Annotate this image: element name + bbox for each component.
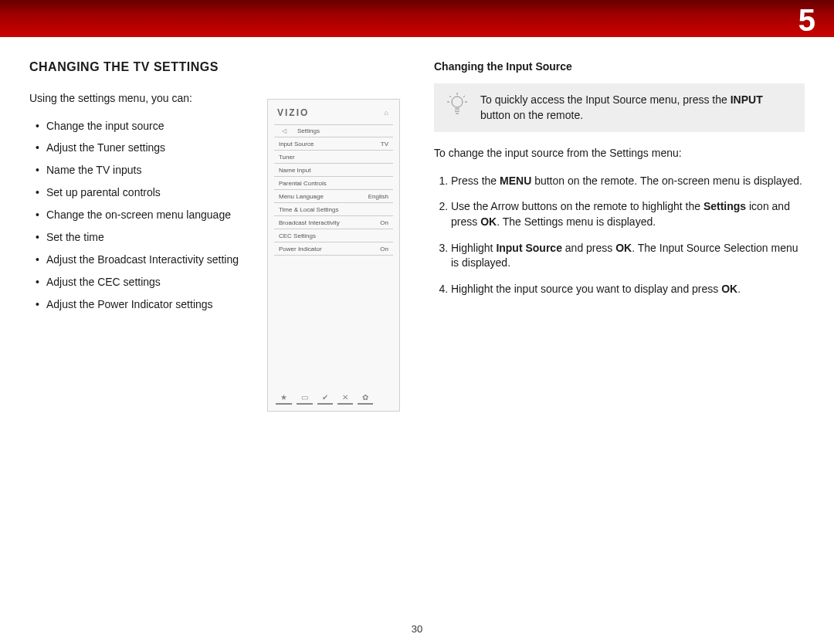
menu-row: Power IndicatorOn xyxy=(274,242,393,256)
home-icon: ⌂ xyxy=(385,109,390,117)
list-item: Adjust the Broadcast Interactivity setti… xyxy=(46,253,246,267)
menu-title-row: ◁ Settings xyxy=(274,124,393,137)
menu-row: CEC Settings xyxy=(274,229,393,242)
section-heading: CHANGING THE TV SETTINGS xyxy=(29,60,246,74)
step-item: Use the Arrow buttons on the remote to h… xyxy=(451,199,805,229)
brand-text: VIZIO xyxy=(277,107,309,118)
svg-line-3 xyxy=(463,96,465,97)
menu-row: Input SourceTV xyxy=(274,137,393,151)
lightbulb-icon xyxy=(445,91,470,116)
svg-point-0 xyxy=(452,97,463,107)
svg-line-2 xyxy=(449,96,451,97)
menu-row: Name Input xyxy=(274,164,393,177)
gear-icon: ✿ xyxy=(358,394,373,405)
step-item: Highlight Input Source and press OK. The… xyxy=(451,241,805,271)
left-column: CHANGING THE TV SETTINGS Using the setti… xyxy=(29,60,246,412)
list-item: Adjust the Power Indicator settings xyxy=(46,297,246,312)
steps-list: Press the MENU button on the remote. The… xyxy=(434,174,805,297)
list-item: Set the time xyxy=(46,230,246,245)
tip-box: To quickly access the Input Source menu,… xyxy=(434,83,805,132)
menu-row: Parental Controls xyxy=(274,177,393,190)
list-item: Set up parental controls xyxy=(46,185,246,200)
page-number: 30 xyxy=(0,623,834,635)
close-icon: ✕ xyxy=(337,394,353,405)
settings-menu-screenshot: VIZIO ⌂ ◁ Settings Input SourceTV Tuner … xyxy=(267,60,412,412)
menu-card: VIZIO ⌂ ◁ Settings Input SourceTV Tuner … xyxy=(267,99,400,412)
list-item: Change the input source xyxy=(46,119,246,134)
list-item: Adjust the CEC settings xyxy=(46,275,246,290)
tip-text-bold: INPUT xyxy=(731,93,763,106)
step-item: Press the MENU button on the remote. The… xyxy=(451,174,805,189)
back-icon: ◁ xyxy=(282,127,286,134)
menu-row: Tuner xyxy=(274,151,393,164)
tip-text-pre: To quickly access the Input Source menu,… xyxy=(480,93,731,106)
menu-brand-row: VIZIO ⌂ xyxy=(274,107,393,124)
list-item: Name the TV inputs xyxy=(46,163,246,178)
menu-footer-icons: ★ ▭ ✔ ✕ ✿ xyxy=(276,394,392,405)
v-icon: ✔ xyxy=(317,394,333,405)
chapter-number: 5 xyxy=(798,3,815,38)
intro-text: Using the settings menu, you can: xyxy=(29,91,246,107)
star-icon: ★ xyxy=(276,394,292,405)
step-item: Highlight the input source you want to d… xyxy=(451,282,805,297)
list-item: Adjust the Tuner settings xyxy=(46,141,246,155)
menu-row: Time & Local Settings xyxy=(274,203,393,216)
chapter-header: 5 xyxy=(0,0,834,37)
subsection-heading: Changing the Input Source xyxy=(434,60,805,73)
feature-list: Change the input source Adjust the Tuner… xyxy=(29,119,246,312)
caption-icon: ▭ xyxy=(297,394,313,405)
menu-row: Menu LanguageEnglish xyxy=(274,190,393,203)
page-content: CHANGING THE TV SETTINGS Using the setti… xyxy=(0,37,834,412)
tip-text-post: button on the remote. xyxy=(480,109,583,121)
list-item: Change the on-screen menu language xyxy=(46,208,246,222)
steps-intro: To change the input source from the Sett… xyxy=(434,146,805,161)
right-column: Changing the Input Source To quickly acc… xyxy=(434,60,805,412)
menu-title: Settings xyxy=(297,127,320,134)
menu-row: Broadcast InteractivityOn xyxy=(274,216,393,229)
